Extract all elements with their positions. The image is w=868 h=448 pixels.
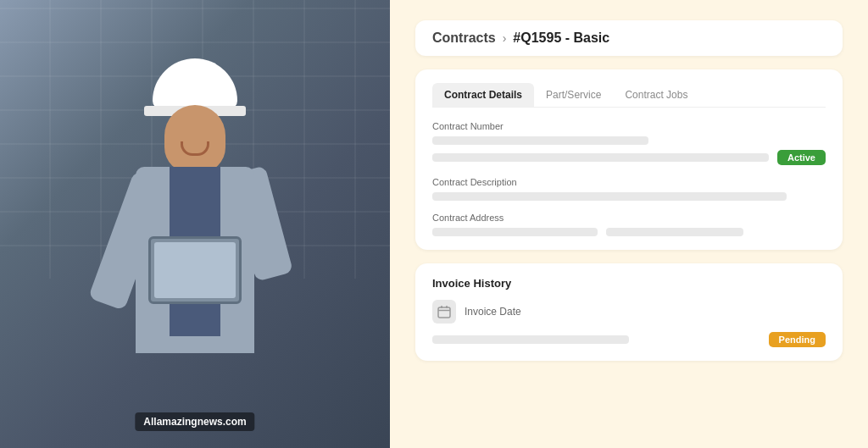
worker-figure: [76, 41, 314, 448]
skeleton-contract-number-2: [432, 153, 769, 162]
tabs-bar: Contract Details Part/Service Contract J…: [432, 83, 826, 108]
tablet: [148, 236, 242, 304]
contract-address-label: Contract Address: [432, 213, 826, 223]
contract-details-card: Contract Details Part/Service Contract J…: [415, 69, 843, 250]
breadcrumb: Contracts › #Q1595 - Basic: [415, 20, 843, 56]
skeleton-contract-number-1: [432, 136, 648, 145]
invoice-history-title: Invoice History: [432, 277, 826, 290]
invoice-status-row: Pending: [432, 332, 826, 347]
calendar-icon: [432, 300, 456, 324]
skeleton-address-2: [606, 228, 743, 236]
face: [164, 105, 225, 173]
tab-contract-jobs[interactable]: Contract Jobs: [613, 83, 699, 107]
contract-address-field: Contract Address: [432, 213, 826, 236]
breadcrumb-contracts[interactable]: Contracts: [432, 30, 496, 46]
breadcrumb-chevron-icon: ›: [503, 31, 507, 45]
invoice-history-card: Invoice History Invoice Date Pending: [415, 263, 843, 361]
invoice-date-label: Invoice Date: [465, 306, 521, 318]
tab-contract-details[interactable]: Contract Details: [432, 83, 534, 107]
skeleton-address-1: [432, 228, 598, 236]
skeleton-invoice-1: [432, 335, 629, 344]
status-badge-active: Active: [777, 150, 826, 165]
tab-part-service[interactable]: Part/Service: [534, 83, 613, 107]
contract-description-label: Contract Description: [432, 177, 826, 187]
status-badge-pending: Pending: [769, 332, 826, 347]
right-panel: Contracts › #Q1595 - Basic Contract Deta…: [390, 0, 868, 448]
skeleton-description: [432, 192, 787, 201]
svg-rect-0: [438, 307, 450, 318]
contract-number-label: Contract Number: [432, 121, 826, 131]
photo-panel: Allamazingnews.com: [0, 0, 390, 448]
breadcrumb-current: #Q1595 - Basic: [513, 30, 609, 46]
invoice-date-row: Invoice Date: [432, 300, 826, 324]
helmet: [153, 58, 237, 109]
contract-number-field: Contract Number Active: [432, 121, 826, 165]
contract-description-field: Contract Description: [432, 177, 826, 201]
watermark: Allamazingnews.com: [135, 412, 254, 431]
